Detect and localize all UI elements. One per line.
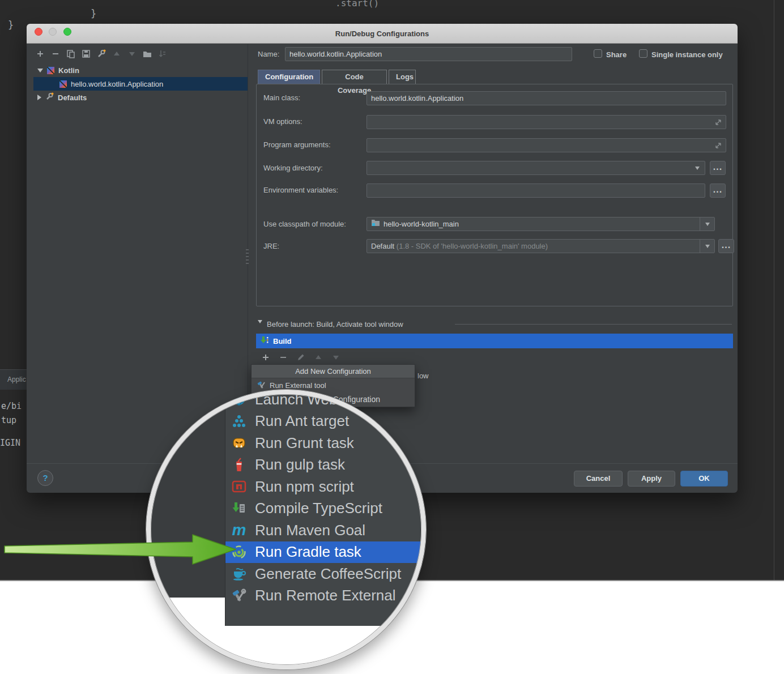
vm-options-label: VM options: bbox=[263, 117, 302, 126]
dialog-titlebar[interactable]: Run/Debug Configurations bbox=[27, 24, 738, 44]
module-folder-icon bbox=[371, 217, 380, 231]
expand-field-icon[interactable] bbox=[714, 141, 723, 150]
share-checkbox[interactable] bbox=[594, 49, 602, 58]
main-class-input[interactable]: hello.world.kotlin.Application bbox=[367, 91, 726, 105]
console-output-line: tup bbox=[1, 415, 16, 425]
collapse-section-icon[interactable] bbox=[258, 323, 262, 334]
combo-dropdown-button[interactable] bbox=[700, 217, 714, 231]
menu-item-compile-typescript[interactable]: Compile TypeScript bbox=[225, 498, 420, 520]
working-directory-label: Working directory: bbox=[263, 164, 323, 172]
menu-item-run-remote-external[interactable]: Run Remote External bbox=[225, 585, 420, 607]
name-label: Name: bbox=[258, 50, 279, 58]
sort-alphabetically-icon[interactable] bbox=[158, 49, 167, 58]
menu-item-label: Run Remote External bbox=[255, 587, 396, 604]
menu-item-run-gulp-task[interactable]: Run gulp task bbox=[225, 454, 420, 476]
main-class-label: Main class: bbox=[263, 93, 300, 102]
save-configuration-icon[interactable] bbox=[82, 49, 91, 58]
popup-title: Add New Configuration bbox=[252, 365, 415, 378]
run-toolwindow-tab[interactable]: Applic bbox=[7, 376, 26, 383]
copy-configuration-icon[interactable] bbox=[66, 49, 75, 58]
tab-code-coverage[interactable]: Code Coverage bbox=[322, 70, 387, 84]
editor-right-edge bbox=[774, 0, 774, 580]
green-pointer-arrow bbox=[3, 529, 241, 570]
before-launch-toolbar bbox=[256, 351, 340, 364]
use-classpath-label: Use classpath of module: bbox=[263, 220, 346, 228]
tree-group-kotlin[interactable]: Kotlin bbox=[33, 63, 248, 77]
before-launch-header[interactable]: Before launch: Build, Activate tool wind… bbox=[267, 320, 403, 329]
jre-browse-button[interactable]: ... bbox=[718, 239, 734, 253]
edit-task-icon[interactable] bbox=[296, 353, 305, 362]
tree-item-label: hello.world.kotlin.Application bbox=[71, 80, 163, 88]
editor-code-brace: } bbox=[8, 19, 14, 31]
tree-group-defaults[interactable]: Defaults bbox=[33, 91, 248, 104]
vm-options-input[interactable] bbox=[367, 115, 726, 129]
move-down-icon[interactable] bbox=[127, 49, 137, 58]
run-debug-configurations-dialog: Run/Debug Configurations bbox=[27, 24, 738, 493]
remove-configuration-icon[interactable] bbox=[51, 49, 60, 58]
add-task-icon[interactable] bbox=[261, 353, 270, 362]
build-task-label: Build bbox=[273, 337, 292, 345]
working-directory-input[interactable] bbox=[367, 161, 705, 175]
jre-combo[interactable]: Default (1.8 - SDK of 'hello-world-kotli… bbox=[367, 239, 715, 253]
tab-logs[interactable]: Logs bbox=[389, 70, 416, 84]
menu-item-run-maven-goal[interactable]: m Run Maven Goal bbox=[225, 519, 420, 541]
move-task-down-icon[interactable] bbox=[331, 353, 340, 362]
edit-defaults-wrench-icon[interactable] bbox=[97, 49, 106, 58]
configurations-toolbar bbox=[36, 49, 167, 59]
add-configuration-icon[interactable] bbox=[36, 49, 45, 58]
editor-code-brace: } bbox=[91, 8, 96, 19]
npm-icon bbox=[231, 478, 248, 495]
program-arguments-label: Program arguments: bbox=[263, 140, 331, 149]
activate-toolwindow-label-fragment: low bbox=[417, 372, 429, 380]
jre-value-detail: (1.8 - SDK of 'hello-world-kotlin_main' … bbox=[397, 242, 548, 250]
move-task-up-icon[interactable] bbox=[314, 353, 323, 362]
jre-value: Default bbox=[371, 242, 394, 250]
apply-button[interactable]: Apply bbox=[628, 471, 675, 487]
defaults-wrench-icon bbox=[45, 92, 54, 103]
menu-item-label: Run Grunt task bbox=[255, 434, 354, 452]
menu-item-label: Run npm script bbox=[255, 478, 354, 496]
help-button[interactable]: ? bbox=[37, 470, 53, 486]
name-input[interactable]: hello.world.kotlin.Application bbox=[285, 47, 572, 61]
chevron-down-icon[interactable] bbox=[37, 69, 43, 72]
ant-icon bbox=[231, 413, 248, 430]
build-icon bbox=[260, 336, 269, 346]
environment-variables-input[interactable] bbox=[367, 184, 705, 198]
editor-code-line: .start() bbox=[335, 0, 379, 8]
jre-label: JRE: bbox=[263, 242, 279, 250]
use-classpath-value: hello-world-kotlin_main bbox=[384, 217, 459, 231]
console-output-line: IGIN bbox=[0, 438, 20, 448]
single-instance-label: Single instance only bbox=[651, 50, 723, 59]
gulp-icon bbox=[231, 457, 248, 473]
dialog-body: Kotlin hello.world.kotlin.Application De… bbox=[27, 44, 738, 493]
remove-task-icon[interactable] bbox=[279, 353, 288, 362]
tree-item-application[interactable]: hello.world.kotlin.Application bbox=[33, 77, 248, 91]
menu-item-label: Run gulp task bbox=[255, 456, 345, 473]
kotlin-icon bbox=[59, 80, 67, 88]
menu-item-generate-coffeescript[interactable]: Generate CoffeeScript bbox=[225, 563, 420, 585]
menu-item-run-npm-script[interactable]: Run npm script bbox=[225, 476, 420, 498]
single-instance-checkbox[interactable] bbox=[639, 49, 647, 58]
folder-icon[interactable] bbox=[143, 49, 152, 58]
move-up-icon[interactable] bbox=[112, 49, 121, 58]
chevron-right-icon[interactable] bbox=[37, 95, 41, 100]
environment-variables-label: Environment variables: bbox=[263, 186, 338, 194]
expand-field-icon[interactable] bbox=[714, 118, 723, 127]
splitter-handle[interactable] bbox=[246, 249, 249, 264]
kotlin-icon bbox=[47, 67, 54, 74]
grunt-icon bbox=[231, 434, 248, 451]
program-arguments-input[interactable] bbox=[367, 138, 726, 152]
chevron-down-icon[interactable] bbox=[695, 167, 700, 170]
menu-item-label: Run Ant target bbox=[255, 412, 349, 430]
working-directory-browse-button[interactable]: ... bbox=[710, 161, 726, 175]
use-classpath-combo[interactable]: hello-world-kotlin_main bbox=[367, 217, 715, 231]
environment-variables-browse-button[interactable]: ... bbox=[710, 184, 726, 198]
menu-item-label: Generate CoffeeScript bbox=[255, 565, 401, 583]
before-launch-build-task[interactable]: Build bbox=[256, 334, 733, 348]
remote-external-tool-icon bbox=[231, 587, 248, 604]
menu-item-run-gradle-task[interactable]: Run Gradle task bbox=[225, 541, 420, 564]
cancel-button[interactable]: Cancel bbox=[574, 471, 623, 487]
ok-button[interactable]: OK bbox=[680, 471, 728, 487]
tab-configuration[interactable]: Configuration bbox=[258, 70, 320, 84]
combo-dropdown-button[interactable] bbox=[700, 240, 714, 253]
